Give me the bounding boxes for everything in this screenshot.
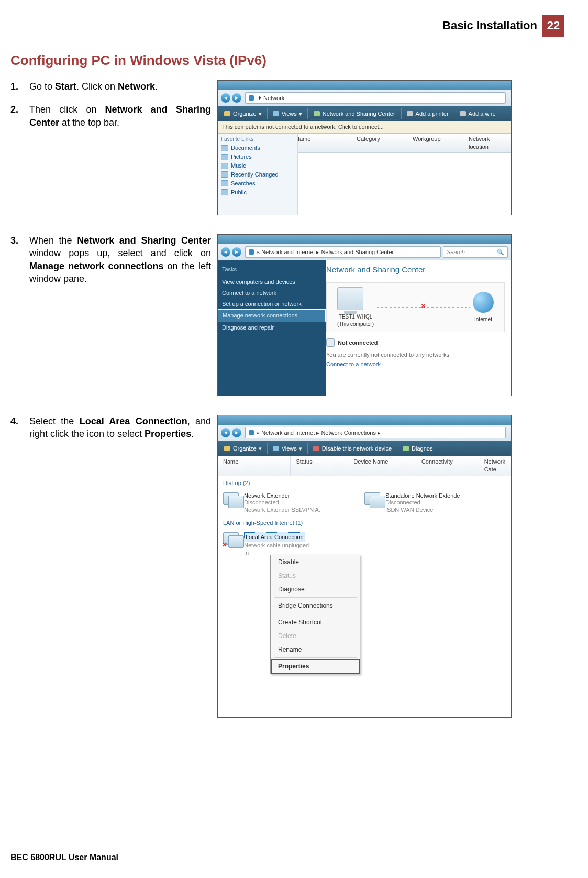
disable-device-button[interactable]: Disable this network device [309,443,396,454]
step-1: 1. Go to Start. Click on Network. [10,80,217,93]
menu-diagnose[interactable]: Diagnose [271,583,360,596]
address-bar: ◄ ► « Network and Internet ▸ Network Con… [218,425,511,441]
folder-icon [224,446,230,451]
menu-bridge[interactable]: Bridge Connections [271,599,360,612]
views-button[interactable]: Views▾ [269,443,306,454]
views-button[interactable]: Views▾ [269,108,306,119]
pc-label: TEST1-WHQL [337,313,374,321]
conn-local-area[interactable]: ✕ Local Area Connection Network cable un… [223,532,364,557]
connect-link[interactable]: Connect to a network [326,360,505,368]
nav-back-icon[interactable]: ◄ [221,93,230,103]
views-icon [273,446,279,451]
menu-shortcut[interactable]: Create Shortcut [271,616,360,629]
disable-icon [313,446,319,451]
menu-disable[interactable]: Disable [271,555,360,569]
menu-delete: Delete [271,629,360,643]
col-device[interactable]: Device Name [348,456,416,476]
step-num: 4. [10,415,29,427]
not-connected-msg: You are currently not connected to any n… [326,351,505,359]
menu-rename[interactable]: Rename [271,643,360,656]
step-num: 2. [10,103,29,116]
screenshot-nsc-window: ◄ ► « Network and Internet ▸ Network and… [217,234,512,396]
tasks-title: Tasks [222,266,321,273]
info-bar[interactable]: This computer is not connected to a netw… [218,121,511,134]
menu-status: Status [271,569,360,583]
task-connect-network[interactable]: Connect to a network [222,288,321,299]
fav-documents[interactable]: Documents [221,144,294,152]
internet-label: Internet [473,316,494,323]
conn-standalone-extender[interactable]: Standalone Network Extende Disconnected … [364,492,506,514]
address-bar: ◄ ► Network [218,90,511,106]
breadcrumb[interactable]: Network [245,92,506,104]
screenshot-network-window: ◄ ► Network Organize▾ Views▾ Network and… [217,80,512,215]
network-sharing-center-button[interactable]: Network and Sharing Center [309,107,400,120]
diagnose-button[interactable]: Diagnos [398,443,437,454]
step-num: 3. [10,234,29,247]
group-dialup: Dial-up (2) [218,476,511,490]
favorites-pane: Favorite Links Documents Pictures Music … [218,134,298,215]
row-3: 4. Select the Local Area Connection, and… [10,415,564,718]
nsc-icon [314,111,320,116]
task-view-computers[interactable]: View computers and devices [222,277,321,288]
col-workgroup[interactable]: Workgroup [408,134,464,152]
tasks-pane: Tasks View computers and devices Connect… [218,260,326,396]
connection-icon [223,492,241,508]
column-headers: Name Status Device Name Connectivity Net… [218,456,511,476]
context-menu: Disable Status Diagnose Bridge Connectio… [270,555,360,675]
screenshot-connections-window: ◄ ► « Network and Internet ▸ Network Con… [217,415,512,718]
col-connectivity[interactable]: Connectivity [416,456,479,476]
organize-button[interactable]: Organize▾ [220,108,266,119]
chevron-right-icon [259,96,261,100]
search-icon: 🔍 [497,248,504,256]
nav-fwd-icon[interactable]: ► [232,247,241,257]
task-setup-connection[interactable]: Set up a connection or network [222,299,321,310]
breadcrumb[interactable]: « Network and Internet ▸ Network Connect… [245,427,506,438]
fav-searches[interactable]: Searches [221,180,294,188]
col-category[interactable]: Category [352,134,408,152]
add-wireless-button[interactable]: Add a wire [456,108,500,119]
add-printer-button[interactable]: Add a printer [403,108,453,119]
footer: BEC 6800RUL User Manual [10,852,118,863]
col-netloc[interactable]: Network location [464,134,511,152]
connection-icon: ✕ [223,532,241,548]
fav-music[interactable]: Music [221,162,294,170]
fav-public[interactable]: Public [221,189,294,196]
col-name[interactable]: Name [291,134,352,152]
nav-back-icon[interactable]: ◄ [221,247,230,257]
connection-icon [364,492,382,508]
toolbar: Organize▾ Views▾ Network and Sharing Cen… [218,106,511,121]
step-text: Select the Local Area Connection, and ri… [29,415,217,441]
printer-icon [407,111,413,116]
wireless-icon [460,111,466,116]
col-name[interactable]: Name [218,456,291,476]
page-number: 22 [542,15,564,37]
connection-broken-icon [377,307,470,308]
column-headers: Name Category Workgroup Network location [291,134,511,153]
search-input[interactable]: Search🔍 [443,246,508,258]
breadcrumb-text: « Network and Internet ▸ Network and Sha… [257,248,394,256]
col-netcat[interactable]: Network Cate [479,456,511,476]
favorites-title: Favorite Links [221,136,294,143]
col-status[interactable]: Status [291,456,348,476]
fav-pictures[interactable]: Pictures [221,153,294,161]
organize-button[interactable]: Organize▾ [220,443,266,454]
step-num: 1. [10,80,29,93]
diagnose-icon [403,446,409,451]
task-manage-connections[interactable]: Manage network connections [218,309,326,322]
breadcrumb[interactable]: « Network and Internet ▸ Network and Sha… [245,246,441,258]
nav-back-icon[interactable]: ◄ [221,428,230,437]
nsc-title: Network and Sharing Center [326,265,505,275]
step-text: Then click on Network and Sharing Center… [29,103,217,129]
folder-icon [224,111,230,116]
toolbar: Organize▾ Views▾ Disable this network de… [218,441,511,456]
step-text: Go to Start. Click on Network. [29,80,217,93]
menu-properties[interactable]: Properties [271,659,360,674]
network-icon [249,95,254,101]
step-4: 4. Select the Local Area Connection, and… [10,415,217,441]
nav-fwd-icon[interactable]: ► [232,428,241,437]
task-diagnose-repair[interactable]: Diagnose and repair [222,322,321,333]
step-3: 3. When the Network and Sharing Center w… [10,234,217,285]
nav-fwd-icon[interactable]: ► [232,93,241,103]
conn-network-extender[interactable]: Network Extender Disconnected Network Ex… [223,492,364,514]
fav-recently-changed[interactable]: Recently Changed [221,171,294,179]
